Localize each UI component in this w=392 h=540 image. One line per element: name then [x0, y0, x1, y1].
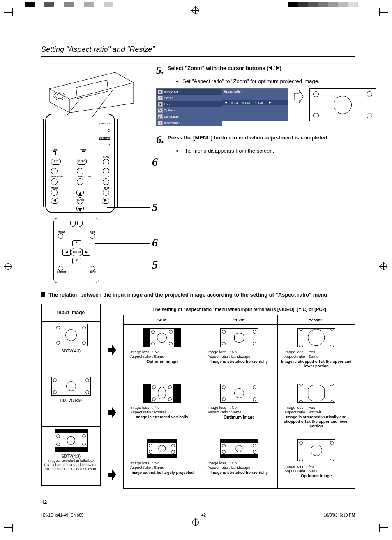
result-cell: Image loss : No Aspect ratio : Same Opti… [277, 436, 355, 489]
result-cell: Image loss : No Aspect ratio : Landscape… [201, 436, 278, 489]
osd-item: Options [164, 109, 175, 112]
osd-header: Aspect ratio [222, 89, 288, 94]
svg-rect-2 [76, 80, 108, 99]
footer-date: 10/3/03, 6:10 PM [324, 513, 355, 517]
temp-label: TEMP [80, 149, 86, 151]
remote-preset-label: PRESET [57, 271, 66, 273]
enter-button[interactable]: ENTER [77, 197, 83, 204]
osd-item: Image adj. [164, 90, 179, 94]
callout-line [105, 162, 150, 162]
osd-opt: 4:3 [234, 101, 238, 104]
page-number: 42 [41, 499, 47, 505]
arrow-right-icon [108, 469, 116, 480]
remote-enter-button[interactable]: ENTER [71, 248, 83, 256]
input-cell: SDTV(4:3) Images recorded in letterbox (… [41, 426, 101, 486]
callout-line [107, 207, 150, 208]
result-cell: Image loss : No Aspect ratio : Same Opti… [201, 380, 278, 436]
standby-label: STAND BY [99, 122, 110, 125]
col-header: "4:3" [123, 315, 201, 325]
relation-heading: The relation between the input image and… [41, 291, 355, 299]
exit-button[interactable] [103, 189, 109, 196]
projector-illustration [41, 64, 144, 118]
hkeystone-button[interactable] [77, 178, 83, 185]
callout-6-remote: 6 [152, 236, 158, 249]
projection-preview [309, 88, 376, 121]
left-cursor-button[interactable]: ◀ [51, 198, 58, 204]
col-header: "16:9" [201, 315, 278, 325]
osd-item: Logo [164, 102, 171, 106]
pc-button[interactable]: PC [51, 159, 61, 165]
step-5-title: Select "Zoom" with the cursor buttons ( … [168, 65, 281, 71]
crop-mark-icon [376, 519, 388, 532]
callout-5-panel: 5 [152, 201, 158, 214]
step-number: 6. [156, 134, 164, 146]
result-cell: Image loss : No Aspect ratio : Portrait … [123, 380, 201, 436]
footer-file: HX-1E_p41-49_En.p65 [41, 513, 83, 517]
remote-preset-button[interactable] [58, 266, 63, 271]
osd-menu-screenshot: ✕Image adj. ↕Set up ▣Logo ⚒Options ALang… [156, 88, 288, 126]
remote-right-button[interactable]: ▶ [82, 249, 90, 256]
osd-item: Language [164, 115, 179, 118]
footer: HX-1E_p41-49_En.p65 42 10/3/03, 6:10 PM [41, 513, 355, 517]
remote-exit-button[interactable] [90, 233, 95, 239]
remote-menu-button[interactable] [58, 233, 63, 239]
remote-up-button[interactable]: ▲ [72, 240, 81, 246]
bullet-square-icon [41, 292, 45, 297]
menu-button[interactable] [51, 189, 58, 196]
result-cell: Image loss : No Aspect ratio : Same Imag… [123, 436, 201, 489]
step-6-title: Press the [MENU] button to end when adju… [168, 134, 327, 141]
remote-down-button[interactable]: ▼ [72, 258, 81, 264]
vol-button[interactable] [103, 178, 109, 185]
lamp-label: LAMP [51, 149, 58, 151]
footer-page: 42 [201, 513, 206, 517]
right-cursor-button[interactable]: ▶ [102, 198, 109, 204]
steps-column: 5. Select "Zoom" with the cursor buttons… [156, 64, 376, 283]
arrow-right-icon [293, 88, 304, 107]
osd-opt-selected: Zoom [258, 101, 265, 104]
page: Setting "Aspect ratio" and "Resize" [0, 0, 392, 540]
step-5-bullet: Set "Aspect ratio" to "Zoom" for optimum… [182, 78, 376, 84]
result-cell: Image loss : No Aspect ratio : Landscape… [201, 324, 278, 380]
arrow-right-icon [108, 345, 116, 355]
step-6-bullet: The menu disappears from the screen. [182, 148, 376, 154]
callout-5-remote: 5 [152, 258, 158, 271]
result-cell: Image loss : Yes Aspect ratio : Same Ima… [277, 324, 355, 380]
aspect-ratio-table: Input image SDTV(4:3) HDTV(16:9) [41, 304, 355, 489]
registration-target-icon [192, 7, 199, 14]
panel-button[interactable] [77, 168, 83, 174]
osd-item: Information [164, 121, 180, 125]
panel-button[interactable] [103, 168, 109, 174]
step-number: 5. [156, 64, 164, 76]
registration-target-icon [192, 519, 199, 526]
result-cell: Image loss : No Aspect ratio : Same Opti… [123, 324, 201, 380]
crop-mark-icon [4, 8, 16, 21]
operate-label: OPERATE [99, 137, 110, 140]
up-cursor-button[interactable]: ▲ [76, 190, 84, 195]
osd-opt: 16:9 [245, 101, 251, 104]
illustration-column: STAND BY OPERATE LAMP TEMP MENU PC VIDEO [41, 64, 144, 283]
arrow-column [108, 304, 116, 489]
remote-hide-button[interactable] [90, 266, 95, 271]
step-5: 5. Select "Zoom" with the cursor buttons… [156, 64, 376, 126]
input-cell: HDTV(16:9) [41, 374, 101, 427]
down-cursor-button[interactable]: ▼ [76, 206, 84, 211]
vkeystone-label: V-KEYSTONE [50, 175, 63, 178]
crop-mark-icon [4, 519, 16, 532]
registration-target-icon [5, 263, 12, 270]
projector-control-panel: STAND BY OPERATE LAMP TEMP MENU PC VIDEO [45, 114, 115, 213]
remote-hide-label: HIDE [90, 271, 96, 273]
video-button[interactable]: VIDEO [77, 159, 87, 165]
vkeystone-button[interactable] [51, 178, 58, 185]
callout-6-panel: 6 [152, 155, 158, 169]
crop-mark-icon [376, 8, 388, 21]
registration-target-icon [380, 263, 387, 270]
setting-header: The setting of "Aspect ratio" menu when … [124, 304, 355, 315]
hkeystone-label: H-KEYSTONE [78, 175, 91, 178]
panel-button[interactable] [51, 168, 58, 174]
callout-line [95, 265, 150, 265]
remote-left-button[interactable]: ◀ [62, 249, 71, 256]
remote-menu-label: MENU [58, 231, 65, 233]
input-image-header: Input image [41, 304, 101, 322]
remote-control-illustration: MENU EXIT ▲ ◀ ENTER ▶ ▼ [53, 218, 99, 283]
exit-label: EXIT [104, 187, 109, 189]
